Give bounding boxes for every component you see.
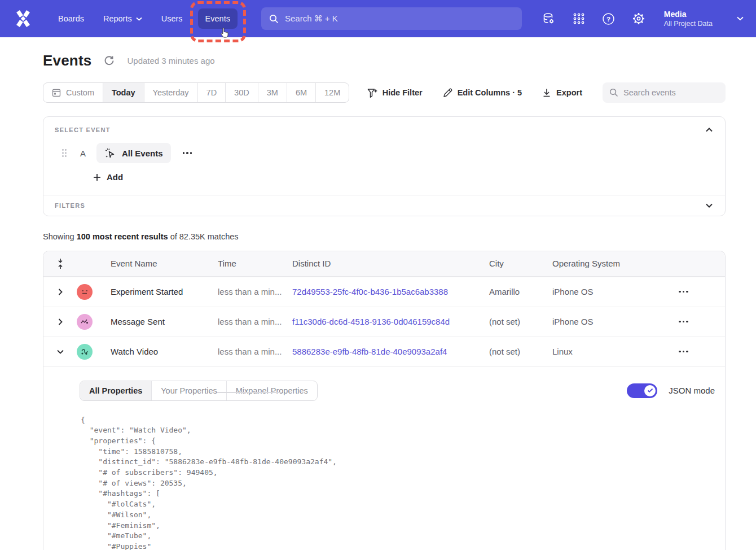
top-nav: Boards Reports Users Events [0, 0, 756, 37]
row-expand-chevron-right-icon[interactable] [56, 316, 65, 328]
results-summary: Showing 100 most recent results of 82.35… [43, 232, 726, 241]
filter-funnel-icon [367, 88, 377, 98]
all-events-selector[interactable]: All Events [96, 143, 171, 163]
event-name-cell: Message Sent [111, 317, 218, 326]
hide-filter-button[interactable]: Hide Filter [367, 88, 423, 98]
chevron-down-icon [136, 17, 142, 21]
date-option-6m[interactable]: 6M [287, 83, 315, 102]
column-header-time[interactable]: Time [218, 259, 292, 268]
row-expand-chevron-right-icon[interactable] [56, 286, 65, 298]
row-collapse-chevron-down-icon[interactable] [55, 347, 66, 356]
drag-handle-icon[interactable] [61, 149, 67, 158]
json-mode-label: JSON mode [669, 386, 715, 395]
time-cell: less than a min... [218, 347, 292, 356]
nav-item-label: Events [205, 14, 230, 23]
table-row: Message Sent less than a min... f11c30d6… [43, 307, 725, 337]
date-range-selector: Custom Today Yesterday 7D 30D 3M 6M 12M [43, 82, 349, 103]
table-row: Experiment Started less than a min... 72… [43, 277, 725, 307]
search-icon [269, 14, 279, 24]
apps-grid-icon[interactable] [572, 12, 586, 25]
mixpanel-events-page: Boards Reports Users Events [0, 0, 756, 550]
table-row-expanded: Watch Video less than a min... 5886283e-… [43, 337, 725, 366]
last-updated-text: Updated 3 minutes ago [127, 56, 214, 66]
project-scope: All Project Data [664, 19, 713, 28]
query-builder-card: SELECT EVENT [43, 116, 726, 216]
time-cell: less than a min... [218, 317, 292, 326]
column-header-os[interactable]: Operating System [552, 259, 673, 268]
nav-item-label: Reports [103, 14, 132, 23]
add-event-button[interactable]: Add [93, 172, 123, 182]
search-placeholder: Search ⌘ + K [285, 14, 338, 24]
event-name-cell: Experiment Started [111, 287, 218, 296]
distinct-id-link[interactable]: 5886283e-e9fb-48fb-81de-40e9093a2af4 [292, 347, 447, 356]
os-cell: Linux [552, 347, 673, 356]
svg-text:?: ? [606, 16, 610, 23]
data-management-icon[interactable] [542, 12, 556, 25]
table-header-row: Event Name Time Distinct ID City Operati… [43, 251, 725, 277]
city-cell: (not set) [489, 347, 552, 356]
event-detail-panel: All Properties Your Properties Mixpanel … [43, 366, 725, 550]
plus-icon [93, 173, 101, 181]
settings-gear-icon[interactable] [632, 12, 645, 25]
events-table: Event Name Time Distinct ID City Operati… [43, 251, 726, 550]
export-button[interactable]: Export [542, 88, 582, 98]
page-title: Events [43, 52, 91, 69]
filters-section[interactable]: FILTERS [43, 195, 725, 216]
collapse-section-chevron-up-icon[interactable] [705, 126, 714, 133]
refresh-icon[interactable] [104, 55, 115, 66]
download-icon [542, 88, 551, 98]
tab-your-properties[interactable]: Your Properties [151, 381, 226, 400]
project-name: Media [664, 9, 713, 19]
distinct-id-link[interactable]: 72d49553-25fc-4f0c-b436-1b5ac6ab3388 [292, 287, 448, 296]
city-cell: Amarillo [489, 287, 552, 296]
row-more-options-icon[interactable] [675, 317, 692, 326]
column-header-event-name[interactable]: Event Name [111, 259, 218, 268]
main-content: Events Updated 3 minutes ago Custom [0, 52, 756, 550]
column-header-distinct-id[interactable]: Distinct ID [292, 259, 489, 268]
help-icon[interactable]: ? [602, 12, 616, 25]
global-search-input[interactable]: Search ⌘ + K [261, 7, 522, 30]
search-icon [609, 88, 618, 97]
date-option-today[interactable]: Today [103, 83, 144, 102]
event-avatar [77, 314, 93, 330]
os-cell: iPhone OS [552, 287, 673, 296]
selected-event-name: All Events [122, 149, 163, 158]
expand-section-chevron-down-icon[interactable] [705, 202, 714, 209]
date-option-30d[interactable]: 30D [225, 83, 258, 102]
magic-cursor-icon [104, 147, 116, 159]
row-more-options-icon[interactable] [675, 287, 692, 296]
filters-label: FILTERS [55, 202, 85, 209]
nav-item-label: Boards [58, 14, 84, 23]
search-events-placeholder: Search events [623, 88, 676, 97]
json-mode-toggle[interactable] [627, 383, 657, 398]
date-option-12m[interactable]: 12M [315, 83, 349, 102]
collapse-all-icon[interactable] [57, 258, 64, 269]
nav-item-users[interactable]: Users [154, 8, 190, 29]
date-option-custom[interactable]: Custom [43, 83, 103, 102]
properties-tabs: All Properties Your Properties Mixpanel … [80, 381, 318, 401]
nav-right-cluster: ? Media All Project Data [542, 9, 744, 28]
project-switcher[interactable]: Media All Project Data [664, 9, 713, 28]
date-option-3m[interactable]: 3M [258, 83, 287, 102]
date-option-7d[interactable]: 7D [197, 83, 226, 102]
edit-columns-button[interactable]: Edit Columns · 5 [443, 88, 522, 98]
event-name-cell: Watch Video [111, 347, 218, 356]
project-chevron-down-icon[interactable] [737, 16, 744, 21]
tab-all-properties[interactable]: All Properties [80, 381, 151, 400]
event-json-view: { "event": "Watch Video", "properties": … [81, 415, 715, 550]
search-events-input[interactable]: Search events [603, 82, 726, 103]
mixpanel-logo-icon[interactable] [12, 10, 34, 27]
column-header-city[interactable]: City [489, 259, 552, 268]
nav-item-reports[interactable]: Reports [96, 8, 150, 29]
date-option-yesterday[interactable]: Yesterday [144, 83, 197, 102]
nav-items: Boards Reports Users Events [51, 8, 238, 29]
time-cell: less than a min... [218, 287, 292, 296]
nav-item-boards[interactable]: Boards [51, 8, 91, 29]
event-more-options-icon[interactable] [179, 149, 196, 158]
distinct-id-link[interactable]: f11c30d6-dc6d-4518-9136-0d046159c84d [292, 317, 450, 326]
city-cell: (not set) [489, 317, 552, 326]
nav-item-events[interactable]: Events [198, 8, 238, 29]
tab-mixpanel-properties[interactable]: Mixpanel Properties [226, 381, 317, 400]
check-icon [647, 388, 653, 393]
row-more-options-icon[interactable] [675, 347, 692, 356]
